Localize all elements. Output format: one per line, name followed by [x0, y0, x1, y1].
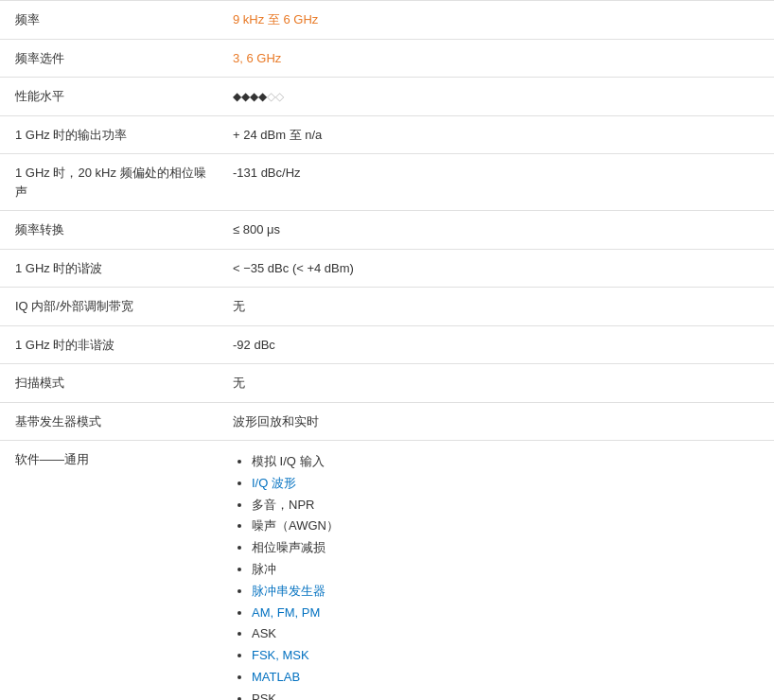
row-label: 性能水平: [15, 87, 233, 106]
row-label: 软件——通用: [15, 450, 233, 469]
list-item: 模拟 I/Q 输入: [252, 452, 759, 472]
list-item: 脉冲: [252, 560, 759, 580]
row-label: 频率转换: [15, 220, 233, 239]
row-label: 基带发生器模式: [15, 412, 233, 431]
row-value: -92 dBc: [233, 336, 759, 355]
list-item: I/Q 波形: [252, 474, 759, 494]
table-row: 扫描模式无: [0, 364, 774, 403]
table-row: 1 GHz 时的输出功率+ 24 dBm 至 n/a: [0, 116, 774, 155]
row-label: IQ 内部/外部调制带宽: [15, 297, 233, 316]
row-label: 1 GHz 时，20 kHz 频偏处的相位噪声: [15, 164, 233, 201]
table-row: 1 GHz 时的非谐波-92 dBc: [0, 326, 774, 365]
list-item: PSK: [252, 690, 759, 700]
table-row: IQ 内部/外部调制带宽无: [0, 288, 774, 326]
list-item: MATLAB: [252, 668, 759, 688]
row-label: 1 GHz 时的谐波: [15, 259, 233, 278]
row-value: ≤ 800 μs: [233, 220, 759, 239]
value-text: 9 kHz 至 6 GHz: [233, 12, 318, 26]
row-value: + 24 dBm 至 n/a: [233, 126, 759, 145]
row-label: 扫描模式: [15, 374, 233, 393]
row-label: 频率: [15, 10, 233, 29]
row-value: ◆◆◆◆◇◇: [233, 87, 759, 106]
list-item: ASK: [252, 624, 759, 644]
list-item-text: AM, FM, PM: [252, 605, 320, 620]
row-label: 1 GHz 时的非谐波: [15, 336, 233, 355]
list-item: 脉冲串发生器: [252, 582, 759, 602]
row-value: 无: [233, 297, 759, 316]
row-label: 频率选件: [15, 49, 233, 68]
row-value: -131 dBc/Hz: [233, 164, 759, 183]
list-item: 噪声（AWGN）: [252, 516, 759, 536]
performance-dots: ◆◆◆◆◇◇: [233, 89, 284, 103]
table-row: 1 GHz 时的谐波< −35 dBc (< +4 dBm): [0, 250, 774, 289]
list-item-text: FSK, MSK: [252, 648, 309, 662]
list-item-text: MATLAB: [252, 670, 300, 684]
table-row: 频率9 kHz 至 6 GHz: [0, 0, 774, 40]
list-item: 相位噪声减损: [252, 538, 759, 558]
table-row: 基带发生器模式波形回放和实时: [0, 403, 774, 442]
row-value: < −35 dBc (< +4 dBm): [233, 259, 759, 278]
row-value: 波形回放和实时: [233, 412, 759, 431]
table-row: 1 GHz 时，20 kHz 频偏处的相位噪声-131 dBc/Hz: [0, 154, 774, 211]
list-item: FSK, MSK: [252, 646, 759, 666]
list-item: 多音，NPR: [252, 496, 759, 516]
list-item: AM, FM, PM: [252, 604, 759, 623]
table-row: 频率转换≤ 800 μs: [0, 211, 774, 250]
specs-table: 频率9 kHz 至 6 GHz频率选件3, 6 GHz性能水平◆◆◆◆◇◇1 G…: [0, 0, 774, 700]
row-value: 3, 6 GHz: [233, 49, 759, 68]
list-item-text: 脉冲串发生器: [252, 584, 325, 598]
software-list: 模拟 I/Q 输入I/Q 波形多音，NPR噪声（AWGN）相位噪声减损脉冲脉冲串…: [233, 452, 759, 700]
value-text: 3, 6 GHz: [233, 51, 281, 65]
table-row: 性能水平◆◆◆◆◇◇: [0, 78, 774, 116]
row-value: 9 kHz 至 6 GHz: [233, 10, 759, 29]
list-item-text: I/Q 波形: [252, 476, 296, 490]
row-value: 模拟 I/Q 输入I/Q 波形多音，NPR噪声（AWGN）相位噪声减损脉冲脉冲串…: [233, 450, 759, 700]
table-row: 频率选件3, 6 GHz: [0, 40, 774, 79]
row-label: 1 GHz 时的输出功率: [15, 126, 233, 145]
row-value: 无: [233, 374, 759, 393]
table-row: 软件——通用模拟 I/Q 输入I/Q 波形多音，NPR噪声（AWGN）相位噪声减…: [0, 441, 774, 700]
